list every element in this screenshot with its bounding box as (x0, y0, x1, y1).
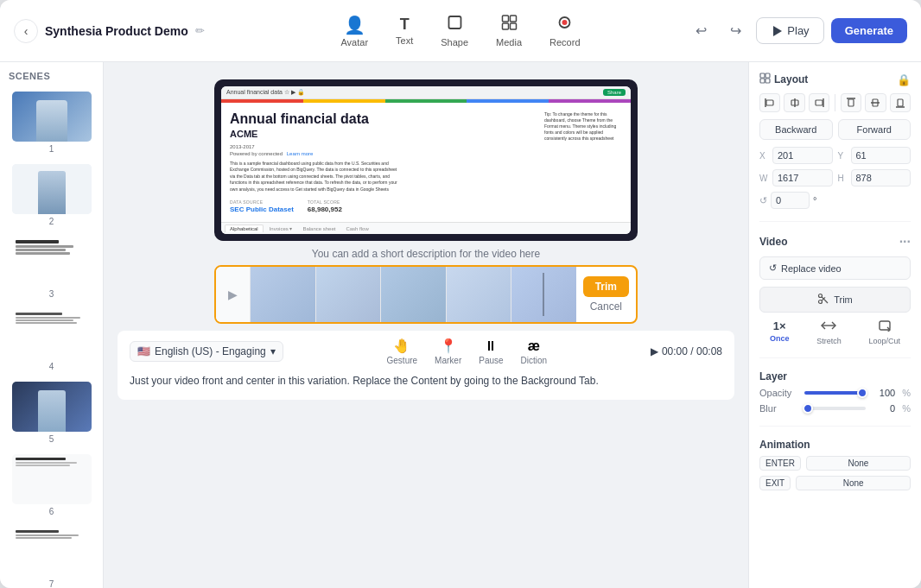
scene-number: 6 (49, 507, 54, 516)
scene-thumb (12, 92, 92, 142)
opacity-row: Opacity 100 % (759, 388, 911, 398)
sheet-tab[interactable]: Cash flow (341, 225, 372, 232)
align-left-button[interactable] (759, 93, 780, 112)
marker-button[interactable]: 📍 Marker (435, 338, 461, 365)
exit-animation-select[interactable]: None (796, 476, 911, 490)
scene-number: 1 (49, 144, 54, 154)
more-options-icon[interactable]: ··· (899, 234, 911, 250)
layer-title: Layer (759, 370, 787, 383)
scene-item[interactable]: 5 (3, 378, 99, 447)
playback-stretch[interactable]: Stretch (816, 319, 842, 345)
diction-button[interactable]: æ Diction (521, 338, 548, 365)
rotation-icon: ↺ (759, 195, 767, 206)
gesture-button[interactable]: 🤚 Gesture (387, 338, 418, 365)
sheet-tab[interactable]: Alphabetical (225, 224, 264, 232)
scene-item[interactable]: 4 (3, 306, 99, 375)
spreadsheet-main-title: Annual financial data (230, 111, 537, 127)
rotation-input[interactable] (771, 192, 810, 209)
scene-item[interactable]: 1 (3, 88, 99, 157)
gesture-icon: 🤚 (393, 338, 410, 354)
x-input[interactable] (772, 147, 833, 164)
opacity-value: 100 (873, 388, 895, 398)
toolbar-avatar[interactable]: 👤 Avatar (340, 15, 368, 47)
toolbar-record[interactable]: Record (549, 14, 580, 47)
language-label: English (US) - Engaging (155, 345, 266, 357)
project-title: Synthesia Product Demo (45, 24, 188, 38)
svg-rect-17 (816, 100, 823, 105)
diction-label: Diction (521, 356, 548, 365)
toolbar-text[interactable]: T Text (396, 16, 413, 46)
forward-button[interactable]: Forward (838, 119, 911, 140)
gesture-label: Gesture (387, 356, 418, 365)
scene-item[interactable]: 6 (3, 451, 99, 520)
scene-item[interactable]: 3 (3, 233, 99, 302)
scene-item[interactable]: 2 (3, 161, 99, 230)
divider-3 (759, 426, 911, 427)
language-selector[interactable]: 🇺🇸 English (US) - Engaging ▾ (130, 341, 283, 362)
media-label: Media (496, 37, 522, 47)
svg-rect-10 (760, 79, 765, 83)
once-label: Once (770, 334, 790, 343)
stat-source-label: DATA SOURCE (230, 199, 294, 205)
svg-rect-13 (766, 100, 773, 105)
blur-label: Blur (759, 403, 797, 414)
rotation-unit: ° (813, 195, 816, 205)
pause-button[interactable]: ⏸ Pause (479, 338, 503, 365)
blur-slider-thumb (803, 403, 813, 414)
layout-section-title: Layout 🔒 (759, 73, 911, 86)
pause-label: Pause (479, 356, 503, 365)
y-input[interactable] (851, 147, 911, 164)
y-label: Y (838, 151, 848, 161)
sheet-title-bar: Annual financial data ☆ ▶ 🔒 (226, 89, 305, 96)
align-center-v-button[interactable] (784, 93, 804, 112)
sheet-tab[interactable]: Invoices ▾ (265, 224, 297, 232)
align-bottom-button[interactable] (890, 93, 911, 112)
h-field: H (838, 169, 911, 187)
trim-panel-button[interactable]: Trim (759, 287, 911, 313)
sheet-tab[interactable]: Balance sheet (298, 225, 340, 232)
exit-tag: EXIT (759, 476, 791, 490)
spreadsheet-note: Tip: To change the theme for this dashbo… (544, 111, 622, 213)
backward-forward-row: Backward Forward (759, 119, 911, 140)
align-right-button[interactable] (809, 93, 829, 112)
redo-button[interactable]: ↪ (721, 17, 749, 45)
toolbar-media[interactable]: Media (496, 14, 522, 47)
script-text: Just your video front and center in this… (130, 369, 722, 393)
divider-2 (759, 357, 911, 358)
marker-icon: 📍 (440, 338, 457, 354)
record-label: Record (549, 37, 580, 47)
generate-button[interactable]: Generate (831, 18, 907, 43)
back-button[interactable]: ‹ (14, 19, 38, 43)
timeline-play-button[interactable]: ▶ (216, 267, 251, 322)
w-field: W (759, 169, 833, 187)
top-bar-left: ‹ Synthesia Product Demo ✏ (14, 19, 205, 43)
separator (835, 94, 835, 111)
spreadsheet-preview: Annual financial data ☆ ▶ 🔒 Share Annual… (221, 86, 631, 234)
align-top-button[interactable] (841, 93, 861, 112)
replace-video-button[interactable]: ↺ Replace video (759, 256, 911, 280)
undo-button[interactable]: ↩ (687, 17, 715, 45)
stretch-icon (821, 319, 836, 335)
cancel-button[interactable]: Cancel (583, 300, 629, 313)
play-button[interactable]: Play (756, 17, 823, 44)
h-input[interactable] (851, 169, 911, 187)
edit-project-icon[interactable]: ✏ (195, 24, 205, 37)
enter-animation-select[interactable]: None (806, 456, 911, 471)
video-title: Video (759, 236, 787, 248)
backward-button[interactable]: Backward (759, 119, 833, 140)
playback-loopcut[interactable]: Loop/Cut (869, 319, 901, 345)
align-center-h-button[interactable] (865, 93, 886, 112)
scene-item[interactable]: 7 (3, 523, 99, 588)
playback-once[interactable]: 1× Once (770, 319, 790, 345)
w-input[interactable] (772, 169, 833, 187)
xy-coords-row: X Y (759, 147, 911, 164)
blur-slider[interactable] (804, 407, 866, 410)
content-area: Annual financial data ☆ ▶ 🔒 Share Annual… (104, 62, 748, 588)
timer-display: ▶ 00:00 / 00:08 (651, 345, 722, 357)
opacity-slider[interactable] (804, 391, 866, 395)
trim-button[interactable]: Trim (583, 276, 629, 297)
text-icon: T (400, 16, 410, 34)
play-triangle-icon (771, 25, 783, 37)
bottom-controls-row: 🇺🇸 English (US) - Engaging ▾ 🤚 Gesture 📍… (130, 338, 722, 365)
toolbar-shape[interactable]: Shape (441, 14, 468, 47)
